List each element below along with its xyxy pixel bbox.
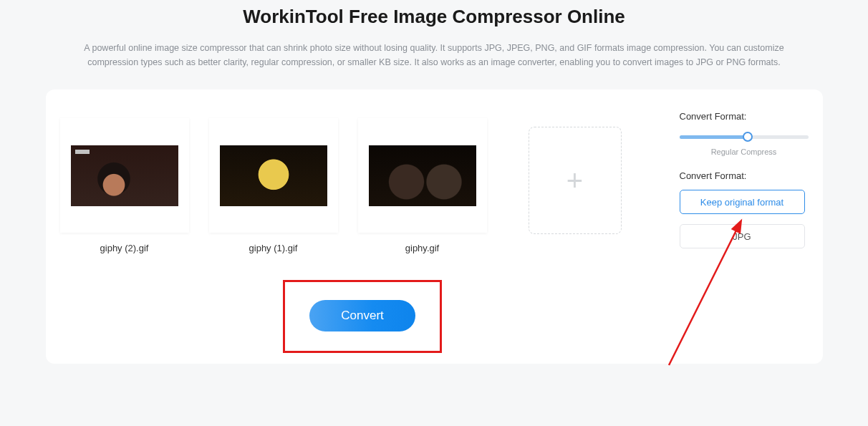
page-description: A powerful online image size compressor … [40, 41, 828, 69]
slider-fill [680, 135, 748, 139]
file-name: giphy.gif [405, 243, 439, 253]
thumbnail-wrap [209, 118, 338, 233]
file-name: giphy (2).gif [100, 243, 149, 253]
thumbnail-wrap [358, 118, 487, 233]
slider-track [680, 135, 809, 139]
annotation-highlight-box [283, 280, 442, 353]
format-option-jpg[interactable]: JPG [680, 224, 805, 248]
add-file-button[interactable]: + [529, 127, 622, 234]
files-grid: giphy (2).gif giphy (1).gif giphy.gif + [60, 111, 665, 253]
thumbnail-image [220, 145, 327, 206]
thumbnail-image [71, 145, 178, 206]
convert-wrap: Convert [60, 300, 665, 331]
files-area: giphy (2).gif giphy (1).gif giphy.gif + [60, 111, 665, 331]
slider-caption: Regular Compress [680, 147, 809, 156]
slider-thumb[interactable] [743, 132, 753, 142]
sidebar: Convert Format: Regular Compress Convert… [665, 111, 809, 331]
page-title: WorkinTool Free Image Compressor Online [0, 6, 868, 28]
format-option-keep[interactable]: Keep original format [680, 190, 805, 214]
thumbnail-image [369, 145, 476, 206]
file-name: giphy (1).gif [249, 243, 298, 253]
file-card[interactable]: giphy (2).gif [60, 118, 189, 253]
thumbnail-wrap [60, 118, 189, 233]
compression-slider[interactable] [680, 130, 809, 143]
compress-label: Convert Format: [680, 111, 809, 122]
plus-icon: + [566, 166, 583, 195]
format-label: Convert Format: [680, 170, 809, 181]
file-card[interactable]: giphy (1).gif [209, 118, 338, 253]
file-card[interactable]: giphy.gif [358, 118, 487, 253]
main-panel: giphy (2).gif giphy (1).gif giphy.gif + [46, 89, 823, 364]
